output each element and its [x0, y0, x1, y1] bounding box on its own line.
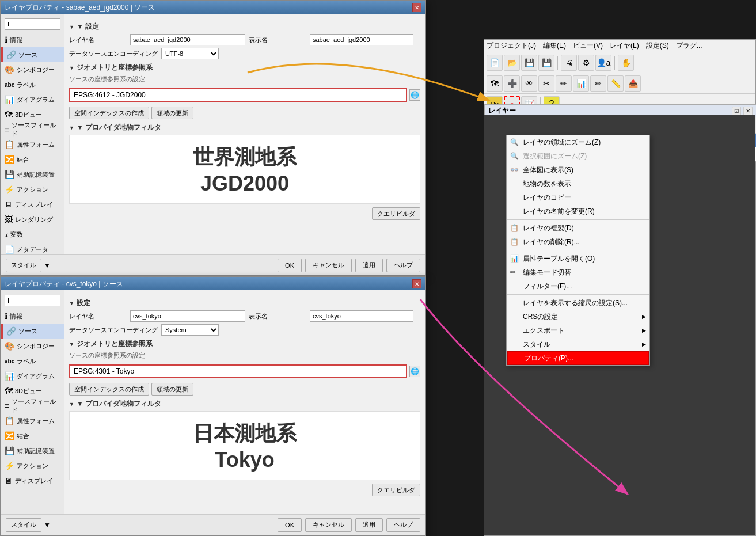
- separator2: [614, 56, 615, 70]
- menu-settings[interactable]: 設定(S): [646, 41, 669, 51]
- ctx-show-all[interactable]: 👓 全体図に表示(S): [507, 163, 649, 177]
- sidebar1-action[interactable]: ⚡ アクション: [1, 182, 64, 197]
- ctx-remove-layer[interactable]: 📋 レイヤの削除(R)...: [507, 235, 649, 249]
- dialog2-displayname-input[interactable]: [310, 310, 413, 322]
- sidebar2-diagram[interactable]: 📊 ダイアグラム: [1, 368, 64, 383]
- toolbar-hand[interactable]: ✋: [618, 55, 634, 71]
- ctx-set-scale[interactable]: レイヤを表示する縮尺の設定(S)...: [507, 296, 649, 310]
- dialog2-big-text-line1: 日本測地系: [193, 420, 297, 448]
- dialog1-displayname-input[interactable]: [310, 34, 413, 45]
- sidebar2-join[interactable]: 🔀 結合: [1, 428, 64, 443]
- dialog2-encoding-select[interactable]: System: [161, 324, 219, 336]
- sidebar2-source[interactable]: 🔗 ソース: [1, 324, 64, 339]
- dialog1-spatial-index-btn[interactable]: 空間インデックスの作成: [69, 107, 149, 119]
- dialog1-encoding-select[interactable]: UTF-8: [161, 48, 219, 59]
- dialog2-search-input[interactable]: [5, 295, 60, 306]
- menu-edit[interactable]: 編集(E): [543, 41, 566, 51]
- ctx-duplicate-layer[interactable]: 📋 レイヤの複製(D): [507, 221, 649, 235]
- menu-layer[interactable]: レイヤ(L): [610, 41, 639, 51]
- toolbar-settings[interactable]: ⚙: [578, 55, 594, 71]
- toolbar-scissors[interactable]: ✂: [538, 75, 554, 92]
- sidebar2-sourcefield[interactable]: ≡ ソースフィールド: [1, 398, 64, 413]
- dialog2-update-extent-btn[interactable]: 領域の更新: [151, 383, 193, 396]
- sidebar2-attrform[interactable]: 📋 属性フォーム: [1, 413, 64, 428]
- dialog1-apply-btn[interactable]: 適用: [355, 259, 383, 272]
- menu-project[interactable]: プロジェクト(J): [487, 41, 536, 51]
- sidebar1-3dview[interactable]: 🗺 3Dビュー: [1, 107, 64, 122]
- sidebar1-diagram[interactable]: 📊 ダイアグラム: [1, 92, 64, 107]
- dialog1-help-btn[interactable]: ヘルプ: [386, 259, 420, 272]
- dialog1-query-build-btn[interactable]: クエリビルダ: [372, 207, 420, 220]
- dialog2-style-btn[interactable]: スタイル: [6, 518, 41, 532]
- dialog2-close-btn[interactable]: ✕: [412, 279, 421, 288]
- sidebar1-info[interactable]: ℹ 情報: [1, 32, 64, 47]
- sidebar2-labels[interactable]: abc ラベル: [1, 353, 64, 368]
- toolbar-layers[interactable]: 🗺: [487, 75, 503, 92]
- sidebar1-aux[interactable]: 💾 補助記憶装置: [1, 167, 64, 182]
- sidebar1-rendering[interactable]: 🖼 レンダリング: [1, 212, 64, 227]
- dialog2-query-build-btn[interactable]: クエリビルダ: [372, 484, 420, 496]
- toolbar-eye[interactable]: 👁: [521, 75, 537, 92]
- ctx-rename-layer[interactable]: レイヤの名前を変更(R): [507, 204, 649, 218]
- toolbar-ruler[interactable]: 📏: [607, 75, 624, 92]
- sidebar1-display[interactable]: 🖥 ディスプレイ: [1, 197, 64, 212]
- sidebar1-symbology[interactable]: 🎨 シンボロジー: [1, 62, 64, 77]
- toolbar-add[interactable]: ➕: [504, 75, 520, 92]
- dialog1-search-input[interactable]: [5, 18, 60, 30]
- ctx-toggle-edit[interactable]: ✏ 編集モード切替: [507, 265, 649, 279]
- toolbar-user[interactable]: 👤a: [595, 55, 611, 71]
- dialog2-style-arrow[interactable]: ▼: [44, 521, 51, 529]
- ctx-filter[interactable]: フィルター(F)...: [507, 279, 649, 293]
- toolbar-save[interactable]: 💾: [521, 55, 537, 71]
- toolbar-table[interactable]: 📊: [573, 75, 589, 92]
- toolbar-new[interactable]: 📄: [487, 55, 503, 71]
- toolbar-pencil[interactable]: ✏: [590, 75, 606, 92]
- dialog2-help-btn[interactable]: ヘルプ: [386, 518, 420, 532]
- sidebar2-info[interactable]: ℹ 情報: [1, 309, 64, 324]
- dialog2-layername-input[interactable]: [130, 310, 245, 322]
- dialog1-style-btn[interactable]: スタイル: [6, 259, 41, 272]
- toolbar-open[interactable]: 📂: [504, 55, 520, 71]
- menu-plugin[interactable]: プラグ...: [676, 41, 702, 51]
- toolbar-save2[interactable]: 💾: [538, 55, 554, 71]
- sidebar2-3dview[interactable]: 🗺 3Dビュー: [1, 383, 64, 398]
- dialog2-ok-btn[interactable]: OK: [278, 518, 302, 532]
- sidebar1-join[interactable]: 🔀 結合: [1, 152, 64, 167]
- sidebar1-metadata[interactable]: 📄 メタデータ: [1, 242, 64, 257]
- sidebar1-attrform[interactable]: 📋 属性フォーム: [1, 137, 64, 152]
- sidebar1-sourcefield[interactable]: ≡ ソースフィールド: [1, 122, 64, 137]
- ctx-count-features[interactable]: 地物の数を表示: [507, 177, 649, 191]
- ctx-export[interactable]: エクスポート: [507, 324, 649, 337]
- toolbar-export[interactable]: 📤: [625, 75, 641, 92]
- dialog1-style-arrow[interactable]: ▼: [44, 261, 51, 269]
- sidebar2-action[interactable]: ⚡ アクション: [1, 458, 64, 473]
- ctx-properties[interactable]: プロパティ(P)...: [507, 351, 649, 365]
- ctx-copy-layer[interactable]: レイヤのコピー: [507, 191, 649, 204]
- toolbar-print[interactable]: 🖨: [561, 55, 577, 71]
- dialog2-crs-browse-btn[interactable]: 🌐: [409, 366, 420, 377]
- dialog2-cancel-btn[interactable]: キャンセル: [305, 518, 352, 532]
- dialog2-apply-btn[interactable]: 適用: [355, 518, 383, 532]
- dialog1-ok-btn[interactable]: OK: [278, 259, 302, 272]
- ctx-open-attr-table[interactable]: 📊 属性テーブルを開く(O): [507, 252, 649, 265]
- dialog1-layername-input[interactable]: [130, 34, 245, 45]
- sidebar1-source[interactable]: 🔗 ソース: [1, 47, 64, 62]
- ctx-style[interactable]: スタイル: [507, 337, 649, 351]
- sidebar2-display[interactable]: 🖥 ディスプレイ: [1, 473, 64, 488]
- ctx-set-crs[interactable]: CRSの設定: [507, 310, 649, 324]
- toolbar-pen[interactable]: ✏: [556, 75, 572, 92]
- dialog2-spatial-index-btn[interactable]: 空間インデックスの作成: [69, 383, 149, 396]
- dialog1-update-extent-btn[interactable]: 領域の更新: [151, 107, 193, 119]
- dialog1-cancel-btn[interactable]: キャンセル: [305, 259, 352, 272]
- sidebar1-labels[interactable]: abc ラベル: [1, 77, 64, 92]
- sidebar1-var[interactable]: 𝑥 変数: [1, 227, 64, 242]
- ctx-zoom-layer[interactable]: 🔍 レイヤの領域にズーム(Z): [507, 135, 649, 149]
- ctx-zoom-selection[interactable]: 🔍 選択範囲にズーム(Z): [507, 149, 649, 163]
- menu-view[interactable]: ビュー(V): [573, 41, 603, 51]
- sidebar2-info-label: 情報: [10, 312, 22, 321]
- dialog1-geometry-header: ジオメトリと座標参照系: [69, 63, 420, 73]
- dialog1-crs-browse-btn[interactable]: 🌐: [409, 89, 420, 101]
- sidebar2-symbology[interactable]: 🎨 シンボロジー: [1, 339, 64, 353]
- sidebar2-aux[interactable]: 💾 補助記憶装置: [1, 443, 64, 458]
- dialog1-close-btn[interactable]: ✕: [412, 3, 421, 12]
